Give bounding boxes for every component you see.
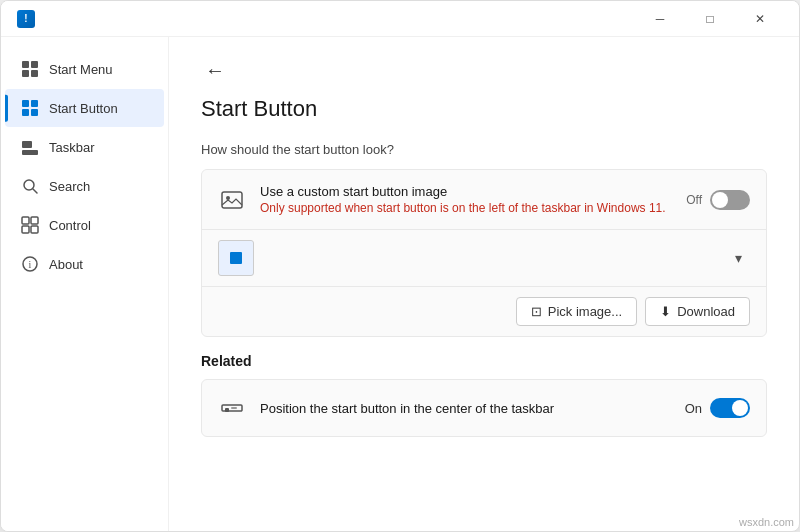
content-area: ← Start Button How should the start butt… <box>169 37 799 531</box>
svg-rect-15 <box>31 226 38 233</box>
image-card-icon <box>218 186 246 214</box>
start-button-icon <box>21 99 39 117</box>
svg-line-11 <box>33 189 37 193</box>
sidebar-item-control-label: Control <box>49 218 91 233</box>
custom-image-subtitle: Only supported when start button is on t… <box>260 201 672 215</box>
image-preview-box <box>218 240 254 276</box>
svg-rect-1 <box>31 61 38 68</box>
sidebar-item-search-label: Search <box>49 179 90 194</box>
svg-rect-18 <box>222 192 242 208</box>
custom-image-toggle-label: Off <box>686 193 702 207</box>
svg-rect-13 <box>31 217 38 224</box>
image-preview-inner <box>230 252 242 264</box>
close-button[interactable]: ✕ <box>737 4 783 34</box>
section-label: How should the start button look? <box>201 142 767 157</box>
back-button[interactable]: ← <box>201 57 229 84</box>
svg-rect-6 <box>22 109 29 116</box>
svg-rect-0 <box>22 61 29 68</box>
svg-rect-5 <box>31 100 38 107</box>
title-bar-left: ! <box>17 10 35 28</box>
minimize-button[interactable]: ─ <box>637 4 683 34</box>
sidebar-item-taskbar[interactable]: Taskbar <box>5 128 164 166</box>
svg-rect-21 <box>225 408 229 412</box>
sidebar-item-search[interactable]: Search <box>5 167 164 205</box>
download-icon: ⬇ <box>660 304 671 319</box>
sidebar-item-start-button[interactable]: Start Button <box>5 89 164 127</box>
svg-rect-8 <box>22 150 38 155</box>
pick-image-button[interactable]: ⊡ Pick image... <box>516 297 637 326</box>
related-item-title: Position the start button in the center … <box>260 401 671 416</box>
svg-rect-22 <box>231 407 237 409</box>
taskbar-icon <box>21 138 39 156</box>
related-toggle[interactable] <box>710 398 750 418</box>
svg-rect-9 <box>22 141 32 148</box>
svg-rect-7 <box>31 109 38 116</box>
page-title: Start Button <box>201 96 767 122</box>
download-button[interactable]: ⬇ Download <box>645 297 750 326</box>
custom-image-toggle-wrap: Off <box>686 190 750 210</box>
card-row-text: Use a custom start button image Only sup… <box>260 184 672 215</box>
related-item-icon <box>218 394 246 422</box>
related-item-text: Position the start button in the center … <box>260 401 671 416</box>
svg-rect-4 <box>22 100 29 107</box>
sidebar-item-start-menu[interactable]: Start Menu <box>5 50 164 88</box>
related-toggle-label: On <box>685 401 702 416</box>
button-row: ⊡ Pick image... ⬇ Download <box>202 286 766 336</box>
custom-image-toggle[interactable] <box>710 190 750 210</box>
custom-image-title: Use a custom start button image <box>260 184 672 199</box>
app-icon: ! <box>17 10 35 28</box>
svg-rect-12 <box>22 217 29 224</box>
start-menu-icon <box>21 60 39 78</box>
title-bar: ! ─ □ ✕ <box>1 1 799 37</box>
sidebar-item-start-menu-label: Start Menu <box>49 62 113 77</box>
sidebar: Start Menu Start Button <box>1 37 169 531</box>
image-picker-area: ▾ <box>202 229 766 286</box>
related-toggle-wrap: On <box>685 398 750 418</box>
title-bar-controls: ─ □ ✕ <box>637 4 783 34</box>
about-icon: i <box>21 255 39 273</box>
custom-image-row: Use a custom start button image Only sup… <box>202 170 766 229</box>
search-icon <box>21 177 39 195</box>
related-label: Related <box>201 353 767 369</box>
pick-image-label: Pick image... <box>548 304 622 319</box>
download-label: Download <box>677 304 735 319</box>
main-layout: Start Menu Start Button <box>1 37 799 531</box>
watermark: wsxdn.com <box>739 516 794 528</box>
svg-text:i: i <box>29 259 32 270</box>
dropdown-button[interactable]: ▾ <box>727 246 750 270</box>
custom-image-card: Use a custom start button image Only sup… <box>201 169 767 337</box>
maximize-button[interactable]: □ <box>687 4 733 34</box>
svg-rect-2 <box>22 70 29 77</box>
app-window: ! ─ □ ✕ Start Menu <box>0 0 800 532</box>
sidebar-item-control[interactable]: Control <box>5 206 164 244</box>
pick-image-icon: ⊡ <box>531 304 542 319</box>
related-card-row: Position the start button in the center … <box>201 379 767 437</box>
sidebar-item-start-button-label: Start Button <box>49 101 118 116</box>
sidebar-item-about-label: About <box>49 257 83 272</box>
sidebar-item-about[interactable]: i About <box>5 245 164 283</box>
control-icon <box>21 216 39 234</box>
svg-rect-3 <box>31 70 38 77</box>
related-section: Related Position the start button in the… <box>201 353 767 437</box>
sidebar-item-taskbar-label: Taskbar <box>49 140 95 155</box>
svg-rect-14 <box>22 226 29 233</box>
